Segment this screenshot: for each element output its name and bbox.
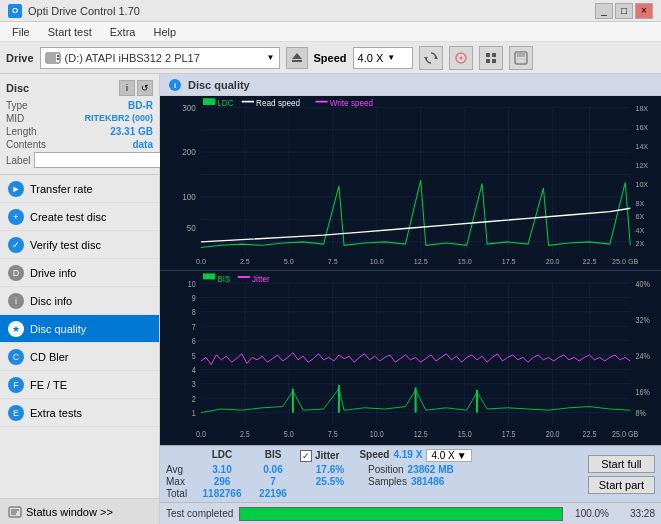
eject-button[interactable] — [286, 47, 308, 69]
sidebar-item-disc-info[interactable]: i Disc info — [0, 287, 159, 315]
svg-text:25.0 GB: 25.0 GB — [612, 429, 638, 439]
length-value: 23.31 GB — [110, 126, 153, 137]
svg-text:9: 9 — [192, 293, 196, 303]
disc-refresh-icon[interactable]: ↺ — [137, 80, 153, 96]
svg-rect-13 — [492, 59, 496, 63]
save-button[interactable] — [509, 46, 533, 70]
type-value: BD-R — [128, 100, 153, 111]
avg-ldc: 3.10 — [194, 464, 250, 475]
close-button[interactable]: × — [635, 3, 653, 19]
max-ldc: 296 — [194, 476, 250, 487]
position-value: 23862 MB — [408, 464, 454, 475]
svg-text:17.5: 17.5 — [502, 429, 517, 439]
bis-header: BIS — [250, 449, 296, 462]
svg-marker-4 — [292, 53, 302, 59]
nav-label-drive-info: Drive info — [30, 267, 76, 279]
svg-text:16%: 16% — [635, 387, 649, 397]
disc-info-icon[interactable]: i — [119, 80, 135, 96]
svg-text:5.0: 5.0 — [284, 429, 295, 439]
max-label: Max — [166, 476, 194, 487]
svg-text:4X: 4X — [635, 226, 644, 235]
start-full-button[interactable]: Start full — [588, 455, 655, 473]
transfer-rate-icon: ► — [8, 181, 24, 197]
sidebar-item-verify-test-disc[interactable]: ✓ Verify test disc — [0, 231, 159, 259]
sidebar-item-cd-bler[interactable]: C CD Bler — [0, 343, 159, 371]
cd-bler-icon: C — [8, 349, 24, 365]
label-input[interactable] — [34, 152, 167, 168]
svg-text:18X: 18X — [635, 103, 648, 112]
disc-icon — [454, 51, 468, 65]
svg-text:20.0: 20.0 — [546, 257, 560, 266]
menu-help[interactable]: Help — [145, 24, 184, 40]
svg-rect-1 — [47, 54, 56, 62]
svg-text:24%: 24% — [635, 351, 649, 361]
svg-text:300: 300 — [182, 102, 196, 112]
refresh-button[interactable] — [419, 46, 443, 70]
status-window-label: Status window >> — [26, 506, 113, 518]
eject-icon — [290, 51, 304, 65]
titlebar-title: Opti Drive Control 1.70 — [28, 5, 140, 17]
svg-text:15.0: 15.0 — [458, 257, 472, 266]
svg-text:7.5: 7.5 — [328, 429, 339, 439]
sidebar: Disc i ↺ Type BD-R MID RITEKBR2 (000) Le… — [0, 74, 160, 524]
speed-dropdown[interactable]: 4.0 X ▼ — [426, 449, 471, 462]
max-bis: 7 — [250, 476, 296, 487]
sidebar-item-disc-quality[interactable]: ★ Disc quality — [0, 315, 159, 343]
disc-label-row: Label ✎ — [6, 152, 153, 168]
settings-button[interactable] — [479, 46, 503, 70]
top-chart-svg: 300 200 100 50 18X 16X 14X 12X 10X 8X 6X… — [160, 96, 661, 270]
svg-text:6X: 6X — [635, 212, 644, 221]
disc-button[interactable] — [449, 46, 473, 70]
svg-text:25.0 GB: 25.0 GB — [612, 257, 638, 266]
svg-text:8X: 8X — [635, 199, 644, 208]
quality-header-icon: i — [168, 78, 182, 92]
sidebar-item-drive-info[interactable]: D Drive info — [0, 259, 159, 287]
disc-mid-row: MID RITEKBR2 (000) — [6, 113, 153, 124]
jitter-checkbox[interactable]: ✓ — [300, 450, 312, 462]
avg-label: Avg — [166, 464, 194, 475]
contents-label: Contents — [6, 139, 46, 150]
disc-header: Disc i ↺ — [6, 80, 153, 96]
label-label: Label — [6, 155, 30, 166]
svg-rect-12 — [486, 59, 490, 63]
progress-section: Test completed 100.0% 33:28 — [160, 502, 661, 524]
disc-info-icon: i — [8, 293, 24, 309]
svg-text:7.5: 7.5 — [328, 257, 338, 266]
extra-tests-icon: E — [8, 405, 24, 421]
sidebar-item-extra-tests[interactable]: E Extra tests — [0, 399, 159, 427]
svg-rect-2 — [57, 55, 59, 57]
drive-info-icon: D — [8, 265, 24, 281]
svg-text:4: 4 — [192, 365, 197, 375]
svg-rect-23 — [160, 96, 661, 270]
length-label: Length — [6, 126, 37, 137]
menu-extra[interactable]: Extra — [102, 24, 144, 40]
sidebar-item-fe-te[interactable]: F FE / TE — [0, 371, 159, 399]
speed-stat-value: 4.19 X — [393, 449, 422, 462]
menu-starttest[interactable]: Start test — [40, 24, 100, 40]
svg-text:16X: 16X — [635, 122, 648, 131]
drive-selector[interactable]: (D:) ATAPI iHBS312 2 PL17 ▼ — [40, 47, 280, 69]
contents-value: data — [132, 139, 153, 150]
svg-marker-6 — [434, 56, 438, 59]
total-label: Total — [166, 488, 194, 499]
disc-quality-icon: ★ — [8, 321, 24, 337]
start-part-button[interactable]: Start part — [588, 476, 655, 494]
main-layout: Disc i ↺ Type BD-R MID RITEKBR2 (000) Le… — [0, 74, 661, 524]
speed-selector[interactable]: 4.0 X ▼ — [353, 47, 413, 69]
quality-title: Disc quality — [188, 79, 250, 91]
nav-label-fe-te: FE / TE — [30, 379, 67, 391]
status-window-button[interactable]: Status window >> — [0, 498, 159, 524]
type-label: Type — [6, 100, 28, 111]
menu-file[interactable]: File — [4, 24, 38, 40]
refresh-icon — [424, 51, 438, 65]
minimize-button[interactable]: _ — [595, 3, 613, 19]
nav-label-create-test-disc: Create test disc — [30, 211, 106, 223]
svg-rect-120 — [203, 273, 215, 279]
svg-text:2: 2 — [192, 394, 196, 404]
sidebar-item-create-test-disc[interactable]: + Create test disc — [0, 203, 159, 231]
samples-value: 381486 — [411, 476, 444, 487]
sidebar-item-transfer-rate[interactable]: ► Transfer rate — [0, 175, 159, 203]
drive-icon — [45, 50, 61, 66]
svg-text:40%: 40% — [635, 279, 649, 289]
maximize-button[interactable]: □ — [615, 3, 633, 19]
